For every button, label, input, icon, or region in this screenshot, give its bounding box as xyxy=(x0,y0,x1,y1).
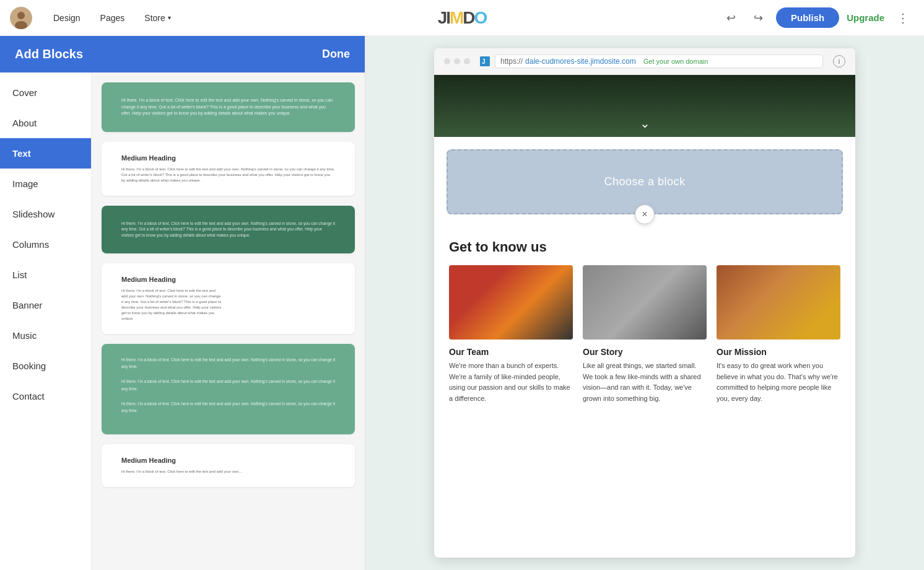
sidebar-header: Add Blocks Done xyxy=(0,36,365,72)
column-our-team: Our Team We're more than a bunch of expe… xyxy=(449,265,573,404)
browser-favicon: J xyxy=(480,56,490,66)
block-heading: Medium Heading xyxy=(121,457,335,464)
svg-text:J: J xyxy=(482,58,486,65)
sidebar-item-banner[interactable]: Banner xyxy=(0,290,91,320)
sidebar-item-cover[interactable]: Cover xyxy=(0,77,91,108)
browser-dot-yellow xyxy=(454,58,460,64)
team-image xyxy=(449,265,573,340)
nav-links: Design Pages Store ▾ xyxy=(45,9,180,27)
done-button[interactable]: Done xyxy=(322,48,350,61)
close-icon: × xyxy=(642,209,647,220)
block-categories-nav: Cover About Text Image Slideshow Columns… xyxy=(0,72,92,570)
sidebar-title: Add Blocks xyxy=(15,47,83,61)
site-content: ⌄ Choose a block × Get to know us xyxy=(434,75,855,423)
text-block-2col[interactable]: Medium Heading Hi there. I'm a block of … xyxy=(102,263,355,334)
browser-dot-green xyxy=(464,58,470,64)
get-to-know-section: Get to know us Our Team We're more than … xyxy=(434,227,855,423)
column-text: Like all great things, we started small.… xyxy=(583,361,707,404)
main-layout: Add Blocks Done Cover About Text Image S… xyxy=(0,36,924,570)
block-preview-text-2: Hi there. I'm a block of text. Click her… xyxy=(121,378,335,392)
team-columns-grid: Our Team We're more than a bunch of expe… xyxy=(449,265,840,404)
logo-area: JIMDO xyxy=(438,8,487,28)
column-our-story: Our Story Like all great things, we star… xyxy=(583,265,707,404)
top-navigation: Design Pages Store ▾ JIMDO ↩ ↪ Publish U… xyxy=(0,0,924,36)
hero-image: ⌄ xyxy=(434,75,855,137)
browser-info-button[interactable]: i xyxy=(833,55,845,68)
upgrade-button[interactable]: Upgrade xyxy=(847,12,884,23)
nav-pages[interactable]: Pages xyxy=(92,9,134,27)
more-options-button[interactable]: ⋮ xyxy=(892,8,914,28)
section-title: Get to know us xyxy=(449,239,840,255)
column-heading: Our Story xyxy=(583,347,707,357)
block-preview-text-1: Hi there. I'm a block of text. Click her… xyxy=(121,356,335,370)
column-our-mission: Our Mission It's easy to do great work w… xyxy=(717,265,840,404)
column-heading: Our Team xyxy=(449,347,573,357)
sidebar-item-about[interactable]: About xyxy=(0,108,91,138)
publish-button[interactable]: Publish xyxy=(776,7,839,28)
column-text: We're more than a bunch of experts. We'r… xyxy=(449,361,573,404)
sidebar-body: Cover About Text Image Slideshow Columns… xyxy=(0,72,365,570)
sidebar-item-image[interactable]: Image xyxy=(0,169,91,199)
url-prefix: https:// xyxy=(500,57,523,66)
browser-url-bar[interactable]: https:// dale-cudmores-site.jimdosite.co… xyxy=(495,55,823,68)
get-domain-link[interactable]: Get your own domain xyxy=(643,58,708,65)
choose-block-section: Choose a block × xyxy=(434,137,855,227)
url-domain: dale-cudmores-site.jimdosite.com xyxy=(525,57,636,66)
text-block-white-heading[interactable]: Medium Heading Hi there. I'm a block of … xyxy=(102,142,355,196)
redo-button[interactable]: ↪ xyxy=(749,8,769,28)
text-block-green-multi[interactable]: Hi there. I'm a block of text. Click her… xyxy=(102,344,355,434)
block-preview-text: Hi there. I'm a block of text. Click her… xyxy=(121,288,222,322)
story-image xyxy=(583,265,707,340)
hero-scroll-chevron-icon: ⌄ xyxy=(640,116,650,131)
sidebar-item-columns[interactable]: Columns xyxy=(0,229,91,260)
text-block-green[interactable]: Hi there. I'm a block of text. Click her… xyxy=(102,82,355,132)
sidebar-item-list[interactable]: List xyxy=(0,260,91,290)
nav-design[interactable]: Design xyxy=(45,9,89,27)
add-blocks-sidebar: Add Blocks Done Cover About Text Image S… xyxy=(0,36,365,570)
block-heading: Medium Heading xyxy=(121,154,335,162)
browser-dot-red xyxy=(444,58,450,64)
sidebar-item-contact[interactable]: Contact xyxy=(0,381,91,411)
browser-bar: J https:// dale-cudmores-site.jimdosite.… xyxy=(434,48,855,75)
mission-image xyxy=(717,265,840,340)
browser-window: J https:// dale-cudmores-site.jimdosite.… xyxy=(434,48,855,558)
store-chevron-icon: ▾ xyxy=(168,14,171,21)
column-heading: Our Mission xyxy=(717,347,840,357)
jimdo-logo: JIMDO xyxy=(438,8,487,28)
block-preview-text: Hi there. I'm a block of text. Click her… xyxy=(121,221,335,239)
block-preview-text: Hi there. I'm a block of text. Click her… xyxy=(121,469,335,475)
sidebar-item-music[interactable]: Music xyxy=(0,320,91,351)
nav-right: ↩ ↪ Publish Upgrade ⋮ xyxy=(721,7,914,28)
browser-traffic-lights xyxy=(444,58,470,64)
svg-point-1 xyxy=(17,12,25,19)
block-heading: Medium Heading xyxy=(121,276,222,283)
block-preview-text: Hi there. I'm a block of text. Click her… xyxy=(121,167,335,183)
blocks-panel: Hi there. I'm a block of text. Click her… xyxy=(92,72,365,570)
text-block-white-heading-2[interactable]: Medium Heading Hi there. I'm a block of … xyxy=(102,444,355,487)
website-preview-area: J https:// dale-cudmores-site.jimdosite.… xyxy=(365,36,924,570)
text-block-dark-green[interactable]: Hi there. I'm a block of text. Click her… xyxy=(102,206,355,253)
nav-store[interactable]: Store ▾ xyxy=(136,9,179,27)
sidebar-item-slideshow[interactable]: Slideshow xyxy=(0,199,91,229)
choose-block-label: Choose a block xyxy=(604,175,685,188)
undo-button[interactable]: ↩ xyxy=(721,8,741,28)
user-avatar[interactable] xyxy=(10,7,32,29)
block-preview-text: Hi there. I'm a block of text. Click her… xyxy=(121,97,335,117)
sidebar-item-text[interactable]: Text xyxy=(0,138,91,169)
column-text: It's easy to do great work when you beli… xyxy=(717,361,840,404)
block-preview-text-3: Hi there. I'm a block of text. Click her… xyxy=(121,400,335,414)
sidebar-item-booking[interactable]: Booking xyxy=(0,351,91,381)
close-block-button[interactable]: × xyxy=(635,204,655,224)
